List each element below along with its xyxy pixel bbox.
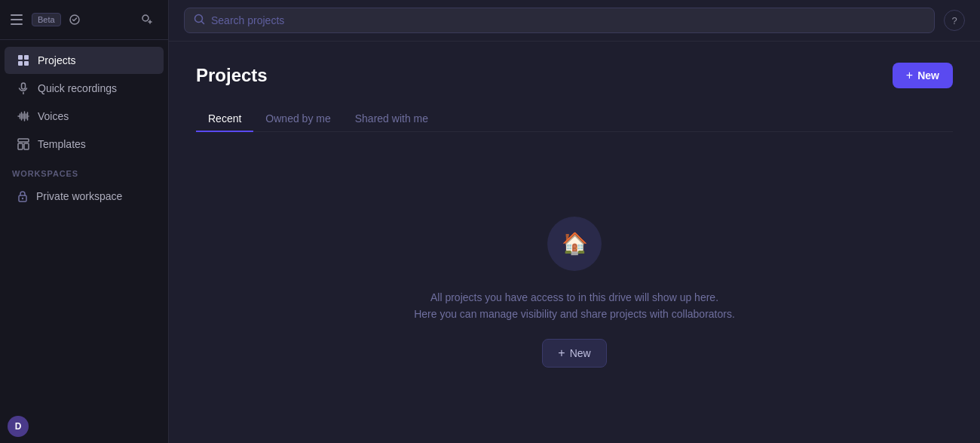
sidebar-item-templates-label: Templates [38, 138, 86, 150]
sidebar-item-templates[interactable]: Templates [5, 131, 164, 158]
template-icon [17, 137, 30, 151]
empty-new-button-label: New [570, 347, 591, 359]
tabs: Recent Owned by me Shared with me [196, 106, 953, 132]
search-icon [194, 14, 205, 27]
wave-icon [17, 109, 30, 123]
lock-icon [17, 190, 29, 202]
page-header: Projects + New [196, 63, 953, 88]
home-icon: 🏠 [562, 231, 588, 256]
empty-state-line1: All projects you have access to in this … [414, 289, 735, 306]
sidebar-item-quick-recordings[interactable]: Quick recordings [5, 75, 164, 102]
workspaces-label: Workspaces [0, 158, 168, 183]
sidebar-item-voices-label: Voices [38, 110, 69, 122]
status-icon [67, 12, 82, 27]
help-icon[interactable]: ? [944, 10, 965, 31]
svg-rect-2 [18, 55, 23, 60]
empty-state-text: All projects you have access to in this … [414, 289, 735, 323]
svg-rect-7 [18, 139, 29, 142]
sidebar-item-private-workspace[interactable]: Private workspace [5, 183, 164, 209]
main-content: Search projects ? Projects + New Recent … [169, 0, 980, 443]
sidebar-item-quick-recordings-label: Quick recordings [38, 82, 117, 94]
search-placeholder: Search projects [211, 14, 284, 26]
new-button-label: New [917, 69, 939, 82]
content-area: Projects + New Recent Owned by me Shared… [169, 42, 980, 443]
svg-point-11 [22, 198, 23, 199]
svg-point-1 [142, 15, 149, 21]
sidebar-header: Beta [0, 0, 168, 40]
svg-rect-4 [18, 61, 23, 66]
tab-shared-with-me[interactable]: Shared with me [343, 106, 440, 132]
page-title: Projects [196, 65, 268, 86]
sidebar-item-voices[interactable]: Voices [5, 103, 164, 130]
svg-rect-5 [24, 61, 29, 66]
empty-state-line2: Here you can manage visibility and share… [414, 306, 735, 322]
menu-icon[interactable] [11, 12, 26, 27]
topbar: Search projects ? [169, 0, 980, 42]
search-bar[interactable]: Search projects [184, 8, 935, 33]
sidebar-item-projects-label: Projects [38, 54, 76, 66]
avatar[interactable]: D [8, 416, 29, 437]
empty-state: 🏠 All projects you have access to in thi… [196, 162, 953, 422]
sidebar-top-left: Beta [11, 12, 82, 27]
sidebar-item-private-workspace-label: Private workspace [36, 190, 122, 202]
plus-icon: + [906, 69, 913, 82]
sidebar-nav: Projects Quick recordings Voices [0, 40, 168, 410]
empty-state-icon: 🏠 [547, 217, 602, 271]
beta-badge: Beta [32, 13, 61, 26]
new-button[interactable]: + New [893, 63, 953, 88]
invite-button[interactable] [136, 9, 158, 30]
tab-recent[interactable]: Recent [196, 106, 253, 132]
sidebar: Beta [0, 0, 169, 443]
tab-owned-by-me[interactable]: Owned by me [253, 106, 342, 132]
svg-rect-9 [24, 143, 29, 149]
svg-rect-6 [22, 83, 26, 89]
mic-icon [17, 82, 30, 95]
svg-rect-3 [24, 55, 29, 60]
empty-plus-icon: + [558, 346, 565, 360]
sidebar-item-projects[interactable]: Projects [5, 47, 164, 74]
svg-rect-8 [18, 143, 23, 149]
grid-icon [17, 54, 30, 67]
empty-new-button[interactable]: + New [542, 339, 606, 368]
